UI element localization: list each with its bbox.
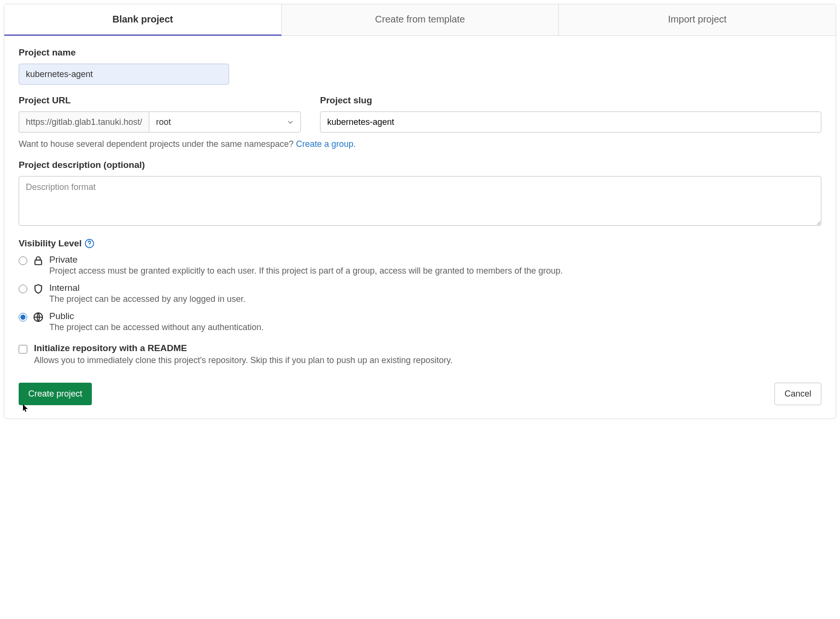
visibility-private-radio[interactable] (19, 256, 27, 265)
blank-project-form: Project name Project URL https://gitlab.… (4, 36, 836, 419)
namespace-hint-text: Want to house several dependent projects… (19, 139, 296, 149)
help-icon[interactable] (85, 239, 94, 248)
lock-icon (33, 255, 44, 266)
visibility-public-radio[interactable] (19, 313, 27, 321)
visibility-private-desc: Project access must be granted explicitl… (49, 266, 821, 276)
svg-point-1 (89, 245, 90, 246)
project-slug-label: Project slug (320, 95, 821, 106)
create-project-button[interactable]: Create project (19, 383, 92, 405)
cancel-button[interactable]: Cancel (774, 383, 821, 405)
create-group-link[interactable]: Create a group. (296, 139, 356, 149)
namespace-select[interactable]: root (149, 111, 301, 133)
initialize-readme-checkbox[interactable] (19, 345, 27, 354)
shield-icon (33, 284, 44, 294)
project-slug-input[interactable] (320, 111, 821, 133)
visibility-internal-title: Internal (49, 283, 821, 293)
tab-create-from-template[interactable]: Create from template (282, 4, 559, 35)
globe-icon (33, 312, 44, 322)
visibility-private-title: Private (49, 254, 821, 265)
visibility-internal-radio[interactable] (19, 285, 27, 293)
project-name-input[interactable] (19, 64, 229, 85)
project-name-label: Project name (19, 47, 821, 58)
svg-rect-2 (35, 260, 42, 265)
project-url-label: Project URL (19, 95, 301, 106)
namespace-selected-value: root (156, 117, 171, 127)
project-url-prefix: https://gitlab.glab1.tanuki.host/ (19, 111, 149, 133)
tab-import-project[interactable]: Import project (559, 4, 836, 35)
chevron-down-icon (287, 119, 294, 125)
visibility-public-desc: The project can be accessed without any … (49, 322, 821, 332)
initialize-readme-desc: Allows you to immediately clone this pro… (34, 355, 453, 365)
initialize-readme-title: Initialize repository with a README (34, 343, 453, 354)
tab-blank-project[interactable]: Blank project (4, 4, 282, 36)
visibility-level-label: Visibility Level (19, 238, 82, 249)
visibility-public-title: Public (49, 311, 821, 321)
visibility-internal-desc: The project can be accessed by any logge… (49, 294, 821, 304)
new-project-panel: Blank project Create from template Impor… (4, 4, 836, 419)
cursor-icon (22, 404, 29, 413)
project-type-tabs: Blank project Create from template Impor… (4, 4, 836, 36)
project-description-label: Project description (optional) (19, 160, 821, 170)
project-description-input[interactable] (19, 176, 821, 226)
